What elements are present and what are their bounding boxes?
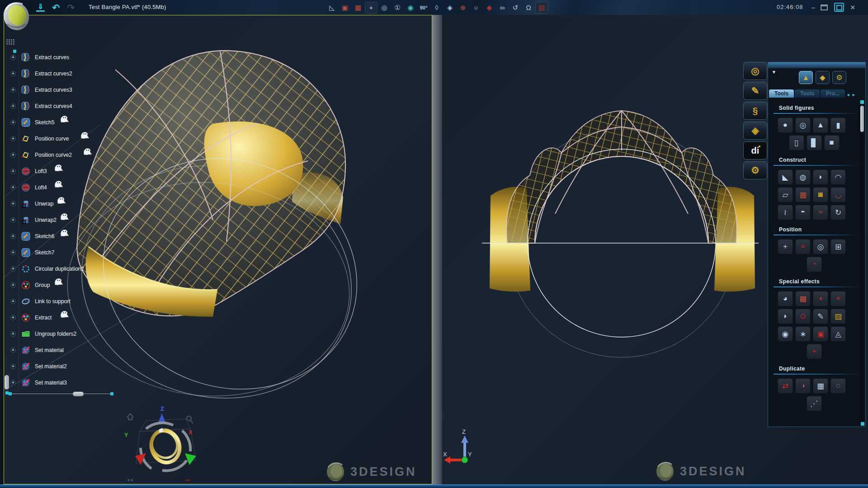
jewelry-rings-button[interactable]: ◎ xyxy=(743,62,767,80)
revolve-tool[interactable]: ◍ xyxy=(795,169,811,185)
align-stones-tool[interactable]: ⊞ xyxy=(830,239,846,254)
tab-tools-0[interactable]: Tools xyxy=(769,89,794,98)
extrude-tool[interactable]: ◣ xyxy=(778,169,793,185)
surface-tool[interactable]: ▱ xyxy=(778,187,793,202)
expand-icon[interactable]: + xyxy=(10,169,16,174)
melt-tool[interactable]: ⊙ xyxy=(795,309,811,324)
settings-gears-button[interactable]: ⚙ xyxy=(743,161,767,179)
expand-icon[interactable]: + xyxy=(10,266,16,272)
circular-duplication-tool[interactable]: ◌ xyxy=(830,378,846,394)
mirror-tool[interactable]: ⇄ xyxy=(778,378,793,394)
perspective-view-icon[interactable]: ◺ xyxy=(326,2,338,14)
expand-icon[interactable]: + xyxy=(10,71,16,76)
expand-icon[interactable]: + xyxy=(10,103,16,109)
ring-designer-button[interactable]: ◈ xyxy=(743,122,767,140)
paint-tool[interactable]: ✎ xyxy=(813,309,828,324)
solid-cylinder-tool[interactable]: ▊ xyxy=(807,135,822,150)
ring-clamp-icon[interactable]: ⊕ xyxy=(457,2,469,14)
sphere-tool[interactable]: ● xyxy=(778,117,793,133)
twist-tool[interactable]: ↻ xyxy=(830,205,846,220)
expand-icon[interactable]: + xyxy=(10,299,16,304)
perspective-viewport[interactable]: +Extract curves+Extract curves2+Extract … xyxy=(4,15,432,484)
visibility-toggle-icon[interactable]: ◉ xyxy=(404,2,417,14)
expand-icon[interactable]: + xyxy=(10,201,16,206)
di-logo-button[interactable]: di xyxy=(743,141,767,160)
slider-thumb[interactable] xyxy=(73,392,84,396)
remove-position-tool[interactable]: × xyxy=(795,239,811,254)
tree-horizontal-slider[interactable] xyxy=(9,390,113,398)
expand-icon[interactable]: + xyxy=(10,87,16,93)
redo-icon[interactable]: ↷ xyxy=(67,3,75,12)
sweep-tool[interactable]: ◗ xyxy=(813,169,828,185)
minimize-button[interactable]: – xyxy=(811,4,814,11)
panel-scroll-thumb[interactable] xyxy=(860,106,864,132)
cobra-module-button[interactable]: § xyxy=(743,102,767,120)
tree-vertical-scrollbar[interactable] xyxy=(5,375,9,389)
step-arrows-icon[interactable]: ◂ ▸ xyxy=(185,478,190,482)
torus-tool[interactable]: ◎ xyxy=(795,117,811,133)
zoom-actual-icon[interactable]: ① xyxy=(391,2,404,14)
copy-tool[interactable]: ◑ xyxy=(795,378,811,394)
gem-target-icon[interactable]: ◆ xyxy=(483,2,495,14)
cone-tool[interactable]: ▲ xyxy=(813,117,828,133)
expand-icon[interactable]: + xyxy=(10,234,16,239)
emboss-tool[interactable]: ◙ xyxy=(813,187,828,202)
expand-icon[interactable]: + xyxy=(10,152,16,158)
expand-icon[interactable]: + xyxy=(10,347,16,353)
expand-icon[interactable]: + xyxy=(10,331,16,337)
rotate-90-icon[interactable]: 90° xyxy=(417,2,430,14)
cylinder-tool[interactable]: ▮ xyxy=(830,117,846,133)
relief-tool[interactable]: ◉ xyxy=(778,326,793,342)
expand-icon[interactable]: + xyxy=(10,250,16,255)
camera-position-icon[interactable]: ◎ xyxy=(378,2,391,14)
grid-duplication-tool[interactable]: ▦ xyxy=(813,378,828,394)
ring-position-tool[interactable]: ◎ xyxy=(813,239,828,254)
stone-pair-icon[interactable]: ∞ xyxy=(496,2,509,14)
viewport-splitter[interactable] xyxy=(432,15,442,484)
save-icon[interactable]: ⇓ xyxy=(36,3,45,12)
lattice-tool[interactable]: ▩ xyxy=(795,291,811,306)
close-button[interactable]: × xyxy=(850,4,855,11)
panel-collapse-icon[interactable]: ▼ xyxy=(772,70,776,75)
expand-icon[interactable]: + xyxy=(10,380,16,385)
curve-duplication-tool[interactable]: ⋰ xyxy=(807,396,822,411)
bend-tool[interactable]: ≈ xyxy=(813,205,828,220)
expand-icon[interactable]: + xyxy=(10,120,16,125)
move-rotate-tool[interactable]: + xyxy=(778,239,793,254)
catalog-icon[interactable]: ▤ xyxy=(535,2,548,14)
tab-pro-2[interactable]: Pro... xyxy=(821,89,845,98)
multi-viewport-icon[interactable]: ▦ xyxy=(352,2,364,14)
panel-scrollbar[interactable] xyxy=(860,100,864,425)
ring-size-icon[interactable]: ○ xyxy=(470,2,482,14)
delete-face-tool[interactable]: × xyxy=(830,291,846,306)
tab-tools-1[interactable]: Tools xyxy=(795,89,820,98)
texture-tool[interactable]: ▨ xyxy=(830,309,846,324)
ring-viewer-icon[interactable]: Ω xyxy=(522,2,535,14)
orbit-mode-icon[interactable]: ◄► xyxy=(126,478,134,482)
mesh-surface-tool[interactable]: ▦ xyxy=(795,187,811,202)
wire-on-curve-tool[interactable]: ◡ xyxy=(830,187,846,202)
deform-cage-tool[interactable]: ▣ xyxy=(813,326,828,342)
solid-view-icon[interactable]: ▣ xyxy=(339,2,351,14)
top-view-icon[interactable]: ◊ xyxy=(430,2,443,14)
smooth-tool[interactable]: ◕ xyxy=(778,291,793,306)
sketch-module-button[interactable]: ✎ xyxy=(743,82,767,100)
panel-title-strip[interactable] xyxy=(768,62,865,68)
expand-icon[interactable]: + xyxy=(10,282,16,288)
organic-tool[interactable]: ∗ xyxy=(795,326,811,342)
repair-tool[interactable]: + xyxy=(807,344,822,359)
triangulate-tool[interactable]: ◬ xyxy=(830,326,846,342)
mechanics-category-button[interactable]: ⚙ xyxy=(832,71,846,84)
maximize-button[interactable] xyxy=(821,5,828,10)
panel-resize-marker[interactable] xyxy=(861,422,864,426)
expand-icon[interactable]: + xyxy=(10,315,16,320)
expand-icon[interactable]: + xyxy=(10,364,16,369)
cutter-tool[interactable]: ◖ xyxy=(813,291,828,306)
restore-button[interactable] xyxy=(834,3,844,12)
solids-category-button[interactable]: ▲ xyxy=(799,71,813,84)
tube-tool[interactable]: ▯ xyxy=(789,135,804,150)
expand-icon[interactable]: + xyxy=(10,185,16,190)
tab-scroll-arrows[interactable]: ◂ ▸ xyxy=(847,92,856,98)
dome-tool[interactable]: ◓ xyxy=(795,205,811,220)
pan-rotate-icon[interactable]: + xyxy=(365,2,377,14)
